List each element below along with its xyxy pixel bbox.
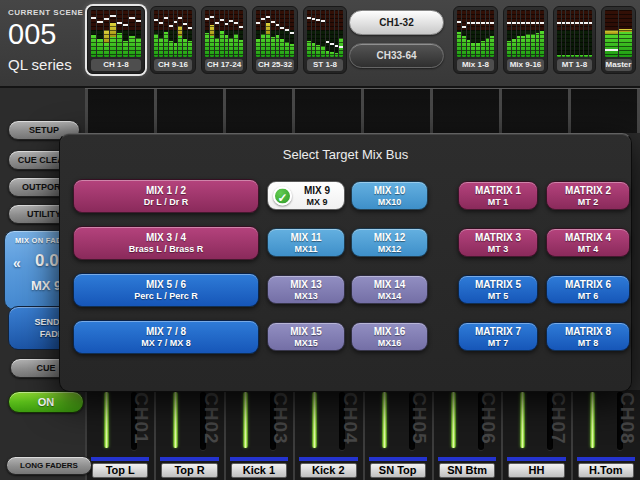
fader-level-indicator[interactable]: [312, 392, 317, 448]
meter-block-ch-9-16[interactable]: CH 9-16: [150, 6, 196, 74]
channel-number-label: CH03: [271, 392, 290, 445]
mix-bus-button-mix-11[interactable]: MIX 11MX11: [267, 228, 345, 257]
meter-peak-indicator: [490, 22, 494, 24]
channel-strip-ch03[interactable]: CH03Kick 1: [224, 390, 293, 480]
fader-level-indicator[interactable]: [451, 392, 456, 448]
mix-bus-button-matrix-7[interactable]: MATRIX 7MT 7: [458, 322, 538, 351]
channel-strip-header-row: [85, 88, 640, 133]
meter-peak-indicator: [457, 21, 461, 23]
mix-bus-button-mix-1-2[interactable]: MIX 1 / 2Dr L / Dr R: [73, 179, 259, 213]
long-faders-button[interactable]: LONG FADERS: [6, 456, 92, 475]
channel-strip-ch06[interactable]: CH06SN Btm: [432, 390, 501, 480]
meter-block-mix-1-8[interactable]: Mix 1-8: [453, 6, 498, 74]
channel-name-label[interactable]: SN Btm: [439, 463, 495, 478]
mix-bus-button-mix-12[interactable]: MIX 12MX12: [351, 228, 428, 257]
channel-strip-ch04[interactable]: CH04Kick 2: [293, 390, 362, 480]
channel-strip-ch07[interactable]: CH07HH: [501, 390, 570, 480]
mix-bus-button-matrix-8[interactable]: MATRIX 8MT 8: [546, 322, 630, 351]
mix-bus-button-mix-9[interactable]: ✓MIX 9MX 9: [267, 181, 345, 210]
meter-block-label: Master: [605, 59, 632, 71]
current-scene-heading: CURRENT SCENE: [8, 8, 86, 17]
meter-bar: [517, 10, 521, 57]
channel-name-label[interactable]: HH: [508, 463, 564, 478]
meter-block-ch-17-24[interactable]: CH 17-24: [201, 6, 247, 74]
mix-bus-button-mix-5-6[interactable]: MIX 5 / 6Perc L / Perc R: [73, 273, 259, 307]
meter-peak-indicator: [467, 22, 471, 24]
fader-level-indicator[interactable]: [520, 392, 525, 448]
meter-level: [271, 37, 275, 57]
meter-block-master[interactable]: Master: [601, 6, 636, 74]
mix-bus-button-matrix-3[interactable]: MATRIX 3MT 3: [458, 228, 538, 257]
current-scene-panel[interactable]: CURRENT SCENE 005 QL series: [8, 8, 86, 73]
mix-bus-button-matrix-1[interactable]: MATRIX 1MT 1: [458, 181, 538, 210]
meter-peak-indicator: [526, 22, 530, 24]
channel-name-label[interactable]: Top R: [161, 463, 217, 478]
meter-bar: [531, 10, 535, 57]
meter-bar: [326, 10, 330, 57]
bank-button-ch33-64[interactable]: CH33-64: [349, 43, 444, 68]
meter-level: [215, 38, 219, 57]
select-target-mix-bus-dialog: Select Target Mix Bus MIX 1 / 2Dr L / Dr…: [59, 133, 632, 392]
channel-strip-ch01[interactable]: CH01Top L: [85, 390, 154, 480]
mix-bus-button-mix-3-4[interactable]: MIX 3 / 4Brass L / Brass R: [73, 226, 259, 260]
mix-bus-button-mix-13[interactable]: MIX 13MX13: [267, 275, 345, 304]
strip-column-ch03: [223, 89, 292, 133]
mix-bus-button-line2: MT 4: [547, 244, 629, 254]
meter-bar: [178, 10, 182, 57]
mix-bus-button-matrix-2[interactable]: MATRIX 2MT 2: [546, 181, 630, 210]
meter-bar: [266, 10, 270, 57]
meter-level: [321, 46, 325, 57]
meter-peak-indicator: [164, 17, 168, 19]
fader-level-indicator[interactable]: [104, 392, 109, 448]
meter-level: [605, 34, 618, 58]
channel-name-label[interactable]: H.Tom: [578, 463, 634, 478]
on-button[interactable]: ON: [8, 391, 84, 413]
meter-level: [312, 43, 316, 57]
fader-level-indicator[interactable]: [382, 392, 387, 448]
meter-block-st-1-8[interactable]: ST 1-8: [303, 6, 347, 74]
bank-button-ch1-32[interactable]: CH1-32: [349, 10, 444, 35]
meter-block-ch-1-8[interactable]: CH 1-8: [87, 6, 145, 74]
collapse-chevrons-icon[interactable]: «: [13, 255, 21, 271]
mix-bus-button-mix-15[interactable]: MIX 15MX15: [267, 322, 345, 351]
mix-bus-button-mix-14[interactable]: MIX 14MX14: [351, 275, 428, 304]
meter-block-mt-1-8[interactable]: MT 1-8: [553, 6, 596, 74]
meter-peak-indicator: [205, 18, 209, 20]
channel-name-label[interactable]: SN Top: [370, 463, 426, 478]
meter-block-mix-9-16[interactable]: Mix 9-16: [503, 6, 548, 74]
channel-strip-ch02[interactable]: CH02Top R: [154, 390, 223, 480]
channel-name-label[interactable]: Kick 1: [231, 463, 287, 478]
meter-peak-indicator: [169, 25, 173, 27]
fader-level-indicator[interactable]: [243, 392, 248, 448]
meter-bar: [462, 10, 466, 57]
channel-strip-ch05[interactable]: CH05SN Top: [363, 390, 432, 480]
fader-level-indicator[interactable]: [173, 392, 178, 448]
channel-name-label[interactable]: Top L: [92, 463, 148, 478]
mix-bus-button-mix-16[interactable]: MIX 16MX16: [351, 322, 428, 351]
mix-bus-button-line2: MX16: [352, 338, 427, 348]
meter-level: [575, 55, 579, 57]
mix-bus-button-mix-10[interactable]: MIX 10MX10: [351, 181, 428, 210]
meter-peak-indicator: [117, 22, 122, 24]
mix-bus-button-line2: Brass L / Brass R: [74, 244, 258, 254]
meter-block-ch-25-32[interactable]: CH 25-32: [252, 6, 298, 74]
mix-bus-button-matrix-4[interactable]: MATRIX 4MT 4: [546, 228, 630, 257]
mix-bus-button-matrix-6[interactable]: MATRIX 6MT 6: [546, 275, 630, 304]
meter-peak-indicator: [512, 22, 516, 24]
channel-name-label[interactable]: Kick 2: [300, 463, 356, 478]
meter-peak-indicator: [307, 17, 311, 19]
meter-peak-indicator: [486, 22, 490, 24]
meter-peak-indicator: [225, 23, 229, 25]
mix-bus-button-matrix-5[interactable]: MATRIX 5MT 5: [458, 275, 538, 304]
meter-bar: [154, 10, 158, 57]
meter-peak-indicator: [110, 15, 115, 17]
mix-bus-button-mix-7-8[interactable]: MIX 7 / 8MX 7 / MX 8: [73, 320, 259, 354]
meter-level: [205, 33, 209, 57]
channel-number-label: CH05: [410, 392, 429, 445]
fader-level-indicator[interactable]: [590, 392, 595, 448]
meter-level: [174, 43, 178, 57]
mix-bus-button-line1: MIX 5 / 6: [74, 279, 258, 290]
meter-bar: [540, 10, 544, 57]
meter-level: [526, 34, 530, 57]
channel-strip-ch08[interactable]: CH08H.Tom: [571, 390, 640, 480]
